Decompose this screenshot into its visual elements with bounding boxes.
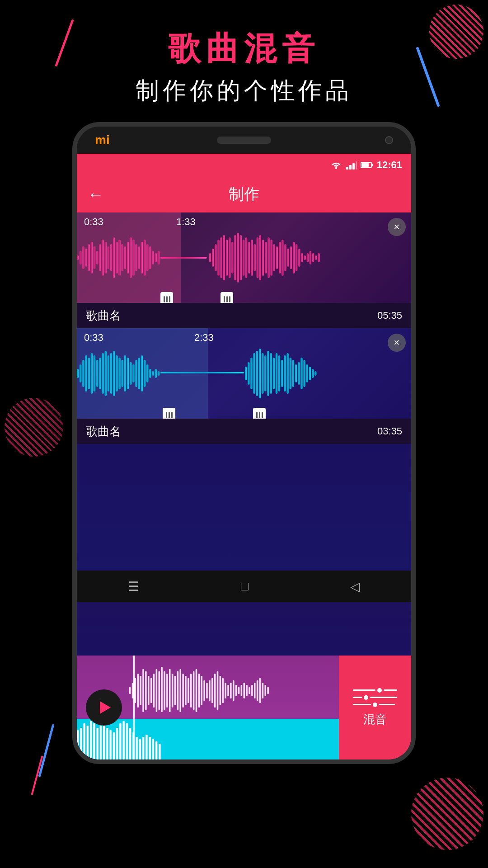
waveform-svg-1 (77, 231, 411, 285)
drag-handle-left-2[interactable] (163, 408, 175, 419)
svg-rect-205 (129, 728, 131, 760)
svg-rect-109 (160, 372, 244, 373)
svg-rect-173 (227, 685, 229, 696)
svg-rect-37 (158, 251, 160, 264)
svg-rect-89 (105, 351, 107, 396)
svg-rect-188 (267, 687, 269, 694)
svg-rect-156 (182, 674, 184, 708)
svg-rect-43 (221, 237, 222, 278)
svg-rect-146 (156, 669, 158, 712)
mix-track-short (353, 689, 375, 691)
svg-rect-51 (243, 240, 244, 276)
svg-rect-70 (296, 244, 297, 271)
svg-rect-178 (241, 685, 243, 696)
svg-rect-155 (180, 669, 182, 712)
svg-rect-183 (254, 683, 256, 698)
svg-rect-126 (290, 358, 291, 389)
svg-rect-57 (259, 235, 261, 280)
svg-rect-86 (96, 360, 98, 387)
svg-rect-128 (295, 364, 297, 382)
header-title: 制作 (229, 184, 259, 205)
waveform-container-1[interactable]: 0:33 1:33 (77, 212, 411, 303)
svg-rect-12 (88, 244, 90, 271)
svg-rect-99 (132, 364, 134, 382)
mix-track-short2 (353, 697, 362, 698)
svg-rect-39 (209, 253, 211, 262)
svg-rect-90 (108, 355, 109, 392)
svg-rect-63 (276, 246, 278, 269)
svg-rect-93 (116, 355, 117, 392)
nav-menu-icon[interactable]: ☰ (128, 579, 139, 594)
svg-rect-61 (271, 240, 272, 276)
svg-rect-103 (144, 360, 145, 387)
svg-rect-60 (267, 237, 269, 278)
nav-back-icon[interactable]: ◁ (350, 579, 360, 594)
svg-rect-118 (267, 351, 269, 396)
play-icon (100, 701, 111, 714)
svg-rect-204 (126, 723, 128, 760)
svg-rect-1 (346, 167, 348, 170)
svg-rect-170 (220, 676, 221, 705)
app-header: ← 制作 (77, 176, 411, 212)
mix-track-short3 (353, 704, 371, 705)
svg-rect-197 (103, 723, 105, 760)
status-bar: 12:61 (77, 154, 411, 176)
svg-rect-59 (265, 242, 267, 274)
svg-rect-129 (298, 362, 300, 385)
nav-home-icon[interactable]: □ (241, 579, 249, 594)
svg-rect-212 (152, 739, 154, 760)
drag-handle-right-1[interactable] (221, 292, 233, 303)
svg-rect-169 (217, 671, 219, 710)
drag-handle-right-2[interactable] (253, 408, 266, 419)
svg-rect-13 (91, 242, 93, 274)
mix-dot-1 (377, 688, 382, 693)
player-waveform[interactable]: 00:30 (77, 656, 339, 760)
svg-rect-214 (159, 744, 160, 760)
svg-rect-55 (254, 244, 256, 271)
svg-rect-100 (136, 360, 137, 387)
mix-button[interactable]: 混音 (339, 656, 411, 760)
svg-rect-182 (251, 685, 253, 696)
waveform-container-2[interactable]: 0:33 2:33 (77, 328, 411, 419)
player-waveform-top (127, 660, 339, 712)
svg-rect-107 (155, 369, 157, 378)
svg-rect-192 (87, 726, 89, 760)
svg-rect-147 (159, 671, 160, 710)
svg-rect-36 (155, 253, 157, 262)
svg-rect-104 (146, 364, 148, 382)
close-track-1[interactable]: × (388, 218, 406, 236)
svg-rect-106 (152, 371, 154, 376)
svg-rect-191 (84, 723, 85, 760)
svg-rect-210 (145, 735, 147, 760)
close-track-2[interactable]: × (388, 334, 406, 352)
svg-rect-28 (132, 240, 134, 276)
svg-rect-76 (312, 253, 314, 262)
svg-rect-120 (273, 358, 275, 389)
wifi-icon (330, 160, 343, 170)
bottom-player: 00:30 (77, 656, 411, 760)
svg-rect-44 (223, 235, 225, 280)
svg-rect-114 (256, 351, 258, 396)
svg-rect-193 (90, 721, 92, 760)
svg-rect-145 (153, 674, 155, 708)
svg-rect-132 (306, 364, 308, 382)
mix-line-3 (353, 703, 397, 707)
svg-rect-203 (123, 721, 125, 760)
status-time: 12:61 (377, 159, 402, 171)
svg-rect-201 (116, 728, 118, 760)
svg-rect-157 (185, 676, 187, 705)
svg-rect-190 (80, 728, 82, 760)
drag-handle-left-1[interactable] (160, 292, 173, 303)
track-duration-2: 03:35 (377, 425, 402, 437)
play-button[interactable] (86, 689, 122, 726)
svg-rect-153 (174, 676, 176, 705)
track-section-2: 0:33 2:33 (77, 328, 411, 444)
svg-rect-65 (282, 240, 283, 276)
svg-rect-47 (231, 242, 233, 274)
svg-rect-148 (161, 667, 163, 712)
svg-rect-113 (253, 353, 255, 394)
svg-rect-179 (244, 683, 245, 698)
back-button[interactable]: ← (88, 185, 104, 204)
svg-rect-165 (206, 683, 208, 698)
app-title-main: 歌曲混音 (0, 27, 488, 71)
